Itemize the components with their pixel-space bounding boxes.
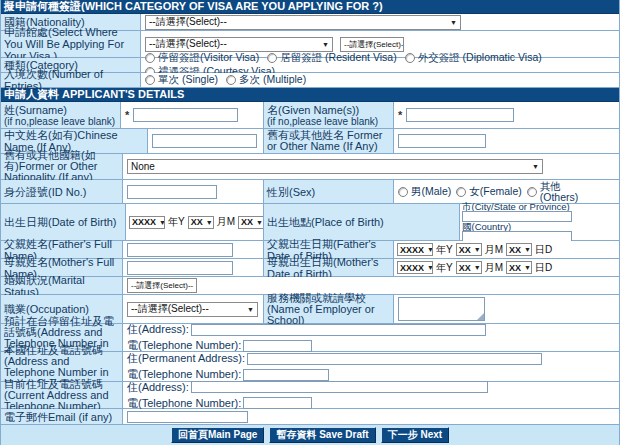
taiwan-address-input[interactable]	[191, 324, 486, 336]
former-name-label: 舊有或其他姓名 Former or Other Name (If Any)	[263, 129, 394, 153]
current-address-row: 目前住址及電話號碼(Current Address and Telephone …	[1, 382, 619, 409]
radio-button-icon[interactable]	[405, 53, 415, 63]
dropdown-arrow-icon: ▼	[159, 219, 165, 226]
current-address-input[interactable]	[191, 381, 488, 393]
given-name-input[interactable]	[406, 108, 514, 122]
mother-dob-month-select[interactable]: XX▼	[456, 261, 482, 274]
chinese-name-input[interactable]	[152, 134, 257, 148]
radio-button-icon[interactable]	[398, 187, 408, 197]
dob-pob-row: 出生日期(Date of Birth) XXXX▼ 年Y XX▼ 月M XX▼ …	[1, 204, 619, 241]
entries-label: 入境次數(Number of Entries)	[1, 73, 141, 87]
required-mark: *	[125, 109, 129, 121]
office-select-1[interactable]: --請選擇(Select)-- ▼	[145, 37, 333, 52]
resident-visa-radio[interactable]: 居留簽證 (Resident Visa)	[267, 51, 397, 65]
surname-sublabel: (if no,please leave blank)	[4, 116, 117, 128]
dob-month-value: XX	[191, 217, 203, 227]
employer-textarea[interactable]	[398, 297, 485, 321]
given-name-sublabel: (if no,please leave blank)	[267, 116, 390, 128]
sex-female-radio[interactable]: 女(Female)	[456, 186, 522, 197]
radio-button-icon[interactable]	[527, 187, 537, 197]
mother-dob-month-value: XX	[459, 263, 471, 273]
mother-name-input[interactable]	[127, 261, 233, 275]
father-name-input[interactable]	[127, 243, 233, 257]
visitor-visa-label: 停留簽證(Visitor Visa)	[158, 51, 259, 65]
office-select-2-value: --請選擇(Select)--	[344, 39, 404, 50]
year-suffix-label: 年Y	[436, 243, 453, 257]
entries-row: 入境次數(Number of Entries) 單次 (Single) 多次 (…	[1, 73, 619, 88]
father-dob-day-value: XX	[509, 245, 521, 255]
former-nationality-row: 舊有或其他國籍(如有)Former or Other Nationality (…	[1, 154, 619, 180]
next-button[interactable]: 下一步 Next	[381, 427, 449, 443]
nationality-select[interactable]: --請選擇(Select)-- ▼	[145, 15, 461, 30]
sex-others-radio[interactable]: 其他 (Others)	[527, 181, 582, 203]
radio-button-icon[interactable]	[226, 75, 236, 85]
surname-given-row: 姓(Surname) (if no,please leave blank) * …	[1, 102, 619, 129]
sex-female-label: 女(Female)	[469, 186, 522, 197]
sex-male-radio[interactable]: 男(Male)	[398, 186, 451, 197]
diplomatic-visa-radio[interactable]: 外交簽證 (Diplomatic Visa)	[405, 51, 542, 65]
surname-label: 姓(Surname)	[4, 104, 117, 116]
required-mark: *	[398, 109, 402, 121]
marital-status-label: 婚姻狀況(Marital Status)	[1, 277, 123, 294]
month-suffix-label: 月M	[217, 215, 235, 229]
resize-grip-icon[interactable]	[477, 313, 484, 320]
dob-label: 出生日期(Date of Birth)	[1, 204, 126, 240]
dropdown-arrow-icon: ▼	[427, 264, 433, 271]
dropdown-arrow-icon: ▼	[256, 219, 263, 226]
occupation-select-value: --請選擇(Select)--	[131, 302, 209, 316]
multiple-entry-radio[interactable]: 多次 (Multiple)	[226, 73, 306, 87]
mother-dob-year-select[interactable]: XXXX▼	[397, 261, 433, 274]
radio-button-icon[interactable]	[145, 75, 155, 85]
radio-button-icon[interactable]	[145, 53, 155, 63]
sex-male-label: 男(Male)	[411, 186, 451, 197]
save-draft-button[interactable]: 暫存資料 Save Draft	[269, 427, 375, 443]
dropdown-arrow-icon: ▼	[322, 41, 329, 48]
dropdown-arrow-icon: ▼	[196, 282, 197, 289]
dropdown-arrow-icon: ▼	[532, 163, 539, 170]
father-dob-day-select[interactable]: XX▼	[506, 243, 532, 256]
mother-dob-day-select[interactable]: XX▼	[506, 261, 532, 274]
father-dob-year-value: XXXX	[400, 245, 424, 255]
dropdown-arrow-icon: ▼	[474, 264, 481, 271]
radio-button-icon[interactable]	[267, 53, 277, 63]
dob-day-select[interactable]: XX▼	[238, 216, 264, 229]
email-row: 電子郵件Email (if any)	[1, 409, 619, 425]
mother-dob-label: 母親出生日期(Mother's Date of Birth)	[263, 259, 394, 276]
radio-button-icon[interactable]	[456, 187, 466, 197]
office-select-1-value: --請選擇(Select)--	[149, 37, 227, 51]
sex-label: 性別(Sex)	[263, 180, 394, 203]
marital-status-select[interactable]: --請選擇(Select)-- ▼	[127, 278, 197, 293]
father-dob-month-select[interactable]: XX▼	[456, 243, 482, 256]
month-suffix-label: 月M	[485, 261, 503, 275]
dob-month-select[interactable]: XX▼	[188, 216, 214, 229]
office-select-2[interactable]: --請選擇(Select)-- ▼	[340, 37, 404, 52]
visitor-visa-radio[interactable]: 停留簽證(Visitor Visa)	[145, 51, 259, 65]
sex-radio-group: 男(Male) 女(Female) 其他 (Others)	[398, 181, 582, 203]
main-page-button[interactable]: 回首頁Main Page	[171, 427, 264, 443]
id-no-input[interactable]	[127, 185, 217, 199]
taiwan-phone-input[interactable]	[243, 340, 312, 352]
occupation-select[interactable]: --請選擇(Select)-- ▼	[127, 302, 258, 317]
single-entry-radio[interactable]: 單次 (Single)	[145, 73, 218, 87]
dropdown-arrow-icon: ▼	[206, 219, 213, 226]
surname-input[interactable]	[133, 108, 238, 122]
dropdown-arrow-icon: ▼	[247, 306, 254, 313]
former-name-input[interactable]	[398, 134, 486, 148]
applicant-section-title: 申請人資料 APPLICANT'S DETAILS	[4, 87, 184, 102]
day-suffix-label: 日D	[535, 261, 552, 275]
former-nationality-label: 舊有或其他國籍(如有)Former or Other Nationality (…	[1, 154, 123, 179]
home-address-input[interactable]	[247, 353, 542, 365]
former-nationality-select[interactable]: None ▼	[127, 159, 543, 174]
dob-year-value: XXXX	[132, 217, 156, 227]
dob-year-select[interactable]: XXXX▼	[129, 216, 165, 229]
email-input[interactable]	[127, 411, 248, 423]
father-dob-year-select[interactable]: XXXX▼	[397, 243, 433, 256]
year-suffix-label: 年Y	[168, 215, 185, 229]
father-dob-month-value: XX	[459, 245, 471, 255]
pob-city-label: 市(City/State or Province)	[462, 202, 570, 211]
current-address-label: 目前住址及電話號碼(Current Address and Telephone …	[1, 382, 123, 408]
pob-label: 出生地點(Place of Birth)	[263, 204, 460, 240]
current-phone-input[interactable]	[243, 397, 312, 409]
id-no-label: 身分證號(ID No.)	[1, 180, 123, 203]
resident-visa-label: 居留簽證 (Resident Visa)	[280, 51, 397, 65]
